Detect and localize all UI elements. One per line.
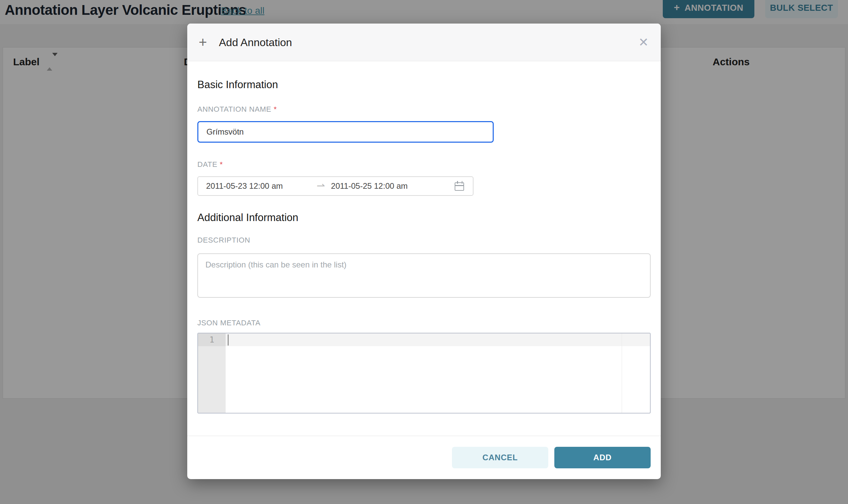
editor-cursor xyxy=(228,335,229,345)
json-metadata-editor[interactable]: 1 xyxy=(197,333,651,414)
editor-active-line xyxy=(226,334,650,346)
description-textarea[interactable] xyxy=(197,253,651,298)
json-metadata-label: JSON METADATA xyxy=(197,319,651,327)
modal-body: Basic Information ANNOTATION NAME* DATE*… xyxy=(187,61,661,436)
required-asterisk: * xyxy=(220,160,223,168)
date-range-picker[interactable]: 2011-05-23 12:00 am ⇀ 2011-05-25 12:00 a… xyxy=(197,176,473,196)
modal-footer: CANCEL ADD xyxy=(187,436,661,479)
add-annotation-modal: + Add Annotation ✕ Basic Information ANN… xyxy=(187,23,661,479)
section-additional-information: Additional Information xyxy=(197,212,651,224)
editor-print-margin xyxy=(622,334,622,413)
add-button[interactable]: ADD xyxy=(554,447,651,468)
calendar-icon xyxy=(455,181,465,191)
required-asterisk: * xyxy=(274,105,277,113)
plus-icon: + xyxy=(199,35,207,50)
annotation-name-input[interactable] xyxy=(197,121,494,143)
annotation-name-label: ANNOTATION NAME* xyxy=(197,105,651,114)
editor-line-number: 1 xyxy=(198,334,226,346)
close-icon[interactable]: ✕ xyxy=(639,36,648,49)
description-label: DESCRIPTION xyxy=(197,236,651,245)
modal-header: + Add Annotation ✕ xyxy=(187,23,661,61)
cancel-button[interactable]: CANCEL xyxy=(452,447,548,468)
date-label: DATE* xyxy=(197,160,651,169)
section-basic-information: Basic Information xyxy=(197,79,651,91)
date-end-value[interactable]: 2011-05-25 12:00 am xyxy=(331,181,408,191)
modal-title: Add Annotation xyxy=(219,36,292,49)
date-start-value[interactable]: 2011-05-23 12:00 am xyxy=(206,181,283,191)
range-arrow-icon: ⇀ xyxy=(316,180,325,192)
